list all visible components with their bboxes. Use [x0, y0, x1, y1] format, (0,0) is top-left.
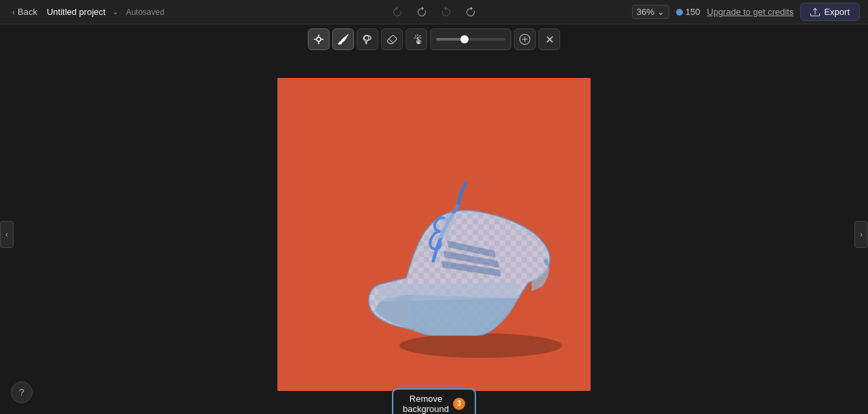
credits-dot-icon — [676, 9, 683, 16]
zoom-dropdown-icon: ⌄ — [657, 7, 665, 17]
svg-point-7 — [399, 333, 562, 358]
remove-background-button[interactable]: Removebackground 3 — [392, 388, 476, 415]
zoom-control[interactable]: 36% ⌄ — [632, 5, 669, 19]
project-dropdown-icon[interactable]: ⌄ — [113, 8, 118, 16]
zoom-level: 36% — [637, 7, 654, 17]
direction-tool-button[interactable] — [514, 28, 536, 50]
close-icon: ✕ — [545, 33, 554, 46]
magic-tool-button[interactable] — [406, 28, 427, 50]
history-back-button[interactable] — [388, 4, 407, 20]
lasso-tool-button[interactable] — [357, 28, 378, 50]
svg-point-5 — [364, 36, 371, 41]
redo-button[interactable] — [437, 4, 456, 20]
back-arrow-icon: ‹ — [12, 7, 15, 17]
help-button[interactable]: ? — [11, 381, 33, 403]
shoe-image — [277, 78, 591, 391]
remove-bg-label: Removebackground — [403, 394, 449, 414]
export-label: Export — [824, 7, 850, 17]
erase-tool-icon — [387, 34, 397, 45]
next-image-button[interactable]: › — [854, 221, 868, 248]
toolbar-close-button[interactable]: ✕ — [538, 28, 560, 50]
export-icon — [810, 7, 820, 17]
brush-tool-icon — [338, 34, 349, 45]
project-name[interactable]: Untitled project — [47, 7, 106, 17]
direction-tool-icon — [519, 34, 530, 45]
topbar-center — [388, 4, 480, 20]
credits-count: 150 — [686, 7, 701, 17]
magic-tool-icon — [411, 34, 422, 45]
right-arrow-icon: › — [860, 230, 863, 239]
toolbar-strip: ✕ — [0, 24, 868, 54]
select-tool-button[interactable] — [308, 28, 330, 50]
image-canvas[interactable] — [277, 78, 591, 391]
undo-button[interactable] — [412, 4, 431, 20]
prev-image-button[interactable]: ‹ — [0, 221, 14, 248]
brush-size-slider[interactable] — [436, 38, 505, 41]
topbar-left: ‹ Back Untitled project ⌄ Autosaved — [8, 5, 164, 18]
help-icon: ? — [19, 387, 24, 398]
svg-point-0 — [317, 37, 321, 41]
canvas-area: ‹ › — [0, 54, 868, 414]
remove-bg-count: 3 — [457, 400, 461, 407]
brush-size-slider-container — [430, 28, 511, 50]
erase-tool-button[interactable] — [381, 28, 403, 50]
lasso-tool-icon — [362, 34, 373, 45]
export-button[interactable]: Export — [800, 3, 860, 21]
topbar: ‹ Back Untitled project ⌄ Autosaved — [0, 0, 868, 24]
back-label: Back — [18, 7, 37, 17]
left-arrow-icon: ‹ — [5, 230, 8, 239]
credits-display: 150 — [676, 7, 701, 17]
upgrade-button[interactable]: Upgrade to get credits — [707, 7, 794, 17]
refresh-button[interactable] — [461, 4, 480, 20]
select-tool-icon — [313, 34, 324, 45]
topbar-right: 36% ⌄ 150 Upgrade to get credits Export — [632, 3, 860, 21]
back-button[interactable]: ‹ Back — [8, 5, 41, 18]
image-wrapper: Removebackground 3 — [277, 78, 591, 391]
remove-bg-count-badge: 3 — [453, 398, 465, 410]
autosaved-label: Autosaved — [126, 7, 165, 17]
brush-tool-button[interactable] — [332, 28, 354, 50]
